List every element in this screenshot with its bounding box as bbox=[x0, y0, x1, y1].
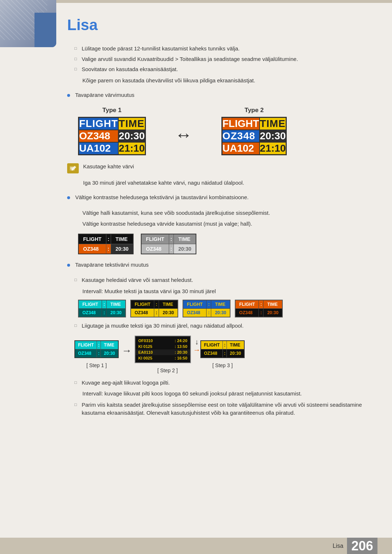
table-row: FLIGHT : TIME bbox=[78, 300, 126, 309]
type2-label: Type 2 bbox=[245, 107, 264, 114]
cv-blue-yellow: FLIGHT : TIME OZ348 : 20:30 bbox=[183, 300, 230, 317]
step3-label: [ Step 3 ] bbox=[212, 362, 233, 368]
table-row: FLIGHT : TIME bbox=[141, 234, 196, 244]
scroll-list: OF0310 : 24:20 KI 0125 : 13:50 EA0110 : … bbox=[135, 336, 191, 363]
left-accent bbox=[0, 0, 56, 47]
cell-d-colon: : bbox=[97, 349, 101, 358]
cell-h-flight: FLIGHT bbox=[201, 341, 223, 349]
cv-orange-black: FLIGHT : TIME OZ348 : 20:30 bbox=[235, 300, 283, 317]
cell-oz2: OZ348 bbox=[222, 130, 260, 142]
table-row: UA102 21:10 bbox=[222, 142, 286, 155]
bullet-item-avoid: Vältige kontrastse heledusega tekstivärv… bbox=[67, 193, 370, 202]
sub-list-4: Kuvage aeg-ajalt liikuvat logoga pilti. bbox=[74, 379, 370, 387]
table-row: FLIGHT : TIME bbox=[75, 341, 118, 349]
interval-text2: Intervall: kuvage liikuvat pilti koos lo… bbox=[82, 390, 370, 398]
table-row: OZ348 : 20:30 bbox=[78, 244, 133, 254]
cell-time2: TIME bbox=[260, 117, 286, 130]
sub-item-1: Kasutage heledaid värve või sarnast hele… bbox=[74, 276, 370, 284]
cv-h-flight: FLIGHT bbox=[131, 300, 154, 309]
scroll-row: KI 0125 : 13:50 bbox=[135, 344, 190, 349]
small-display-row: FLIGHT : TIME OZ348 : 20:30 FLIGHT : TIM… bbox=[78, 234, 370, 254]
step-arrow-1: → bbox=[119, 345, 135, 364]
top-bar bbox=[0, 0, 392, 3]
step3-display: FLIGHT : TIME OZ348 : 20:30 bbox=[200, 340, 245, 358]
cv-h-time: TIME bbox=[107, 300, 126, 309]
step1-label: [ Step 1 ] bbox=[86, 362, 107, 368]
sub-list-3: Liigutage ja muutke teksti iga 30 minuti… bbox=[74, 322, 370, 330]
table-row: FLIGHT : TIME bbox=[201, 341, 244, 349]
type2-block: Type 2 FLIGHT TIME OZ348 20:30 UA102 21:… bbox=[221, 107, 287, 155]
text-color-bullet: Tavapärane tekstivärvi muutus bbox=[67, 261, 370, 269]
cv-black-yellow: FLIGHT : TIME OZ348 : 20:30 bbox=[130, 300, 178, 317]
cv-d-colon: : bbox=[102, 309, 107, 317]
table-row: FLIGHT : TIME bbox=[131, 300, 178, 309]
list-item: Soovitatav on kasutada ekraanisäästjat. bbox=[74, 65, 370, 74]
sub-item-3: Kuvage aeg-ajalt liikuvat logoga pilti. bbox=[74, 379, 370, 387]
cv-h-flight: FLIGHT bbox=[235, 300, 259, 309]
cv-d-colon: : bbox=[154, 309, 159, 317]
sub-bullet-list: Lülitage toode pärast 12-tunnilist kasut… bbox=[74, 45, 370, 74]
bullet-dot bbox=[67, 264, 70, 267]
step2-label: [ Step 2 ] bbox=[158, 368, 178, 373]
small-display-gray: FLIGHT : TIME OZ348 : 20:30 bbox=[141, 234, 196, 254]
list-item: Valige arvutil suvandid Kuvaatribuudid >… bbox=[74, 55, 370, 63]
bullet-item-color: Tavapärane värvimuutus bbox=[67, 91, 370, 99]
cell-h-colon: : bbox=[223, 341, 227, 349]
cell-colon-d: : bbox=[106, 244, 111, 254]
cell-h-flight: FLIGHT bbox=[75, 341, 97, 349]
note-icon bbox=[67, 163, 79, 173]
cell-d-flight: OZ348 bbox=[201, 349, 223, 358]
footer-page-number: 206 bbox=[347, 538, 377, 554]
cv-h-time: TIME bbox=[159, 300, 178, 309]
table-row: OZ348 20:30 bbox=[79, 130, 146, 142]
flight-table-type2: FLIGHT TIME OZ348 20:30 UA102 21:10 bbox=[221, 117, 287, 155]
cell-flight-h: FLIGHT bbox=[141, 234, 169, 244]
type1-label: Type 1 bbox=[102, 107, 122, 114]
cv-h-flight: FLIGHT bbox=[78, 300, 102, 309]
cell-d-time: 20:30 bbox=[227, 349, 244, 358]
table-row: OZ348 : 20:30 bbox=[131, 309, 178, 317]
step1-block: FLIGHT : TIME OZ348 : 20:30 [ Step 1 ] bbox=[74, 340, 119, 368]
table-row: OZ348 : 20:30 bbox=[141, 244, 196, 254]
pencil-icon bbox=[69, 165, 77, 172]
cv-d-time: 20:30 bbox=[107, 309, 126, 317]
cell-d-colon: : bbox=[223, 349, 227, 358]
table-row: OZ348 : 20:30 bbox=[75, 349, 118, 358]
cell-time-h: TIME bbox=[111, 234, 133, 244]
sub-item-4: Parim viis kaitsta seadet järelkujutise … bbox=[74, 401, 370, 417]
table-row: OZ348 20:30 bbox=[222, 130, 286, 142]
cell-ua2: UA102 bbox=[222, 142, 260, 155]
cell-h-time: TIME bbox=[227, 341, 244, 349]
table-row: OZ348 : 20:30 bbox=[201, 349, 244, 358]
cv-h-colon: : bbox=[259, 300, 264, 309]
cell-colon-d: : bbox=[169, 244, 174, 254]
cv-h-colon: : bbox=[207, 300, 211, 309]
color-variation-row: FLIGHT : TIME OZ348 : 20:30 FLIGHT : TIM… bbox=[78, 300, 370, 317]
cv-d-time: 20:30 bbox=[264, 309, 282, 317]
avoid-text2: Vältige kontrastse heledusega värvide ka… bbox=[82, 220, 370, 228]
cell-ua-time: 21:10 bbox=[118, 142, 145, 155]
cell-flight-d: OZ348 bbox=[141, 244, 169, 254]
cv-h-colon: : bbox=[154, 300, 159, 309]
table-row: FLIGHT : TIME bbox=[235, 300, 282, 309]
cell-d-time: 20:30 bbox=[101, 349, 118, 358]
bullet-dot bbox=[67, 196, 70, 199]
type-comparison: Type 1 FLIGHT TIME OZ348 20:30 UA102 21:… bbox=[78, 107, 370, 155]
bullet-item-text-color: Tavapärane tekstivärvi muutus bbox=[67, 261, 370, 269]
step1-display: FLIGHT : TIME OZ348 : 20:30 bbox=[74, 340, 119, 358]
cell-h-time: TIME bbox=[101, 341, 118, 349]
indent-text: Kõige parem on kasutada ühevärvilist või… bbox=[82, 77, 370, 85]
step-row: FLIGHT : TIME OZ348 : 20:30 [ Step 1 ] →… bbox=[74, 336, 370, 373]
cell-flight-d: OZ348 bbox=[78, 244, 106, 254]
page-title: Lisa bbox=[67, 16, 370, 34]
cv-h-time: TIME bbox=[264, 300, 282, 309]
cell-oz-time: 20:30 bbox=[118, 130, 145, 142]
table-row: FLIGHT TIME bbox=[79, 117, 146, 130]
step2-inner: OF0310 : 24:20 KI 0125 : 13:50 EA0110 : … bbox=[135, 336, 200, 363]
small-display-black: FLIGHT : TIME OZ348 : 20:30 bbox=[78, 234, 134, 254]
table-row: OZ348 : 20:30 bbox=[235, 309, 282, 317]
bullet-dot bbox=[67, 94, 70, 97]
cv-h-time: TIME bbox=[211, 300, 230, 309]
cell-flight2: FLIGHT bbox=[222, 117, 260, 130]
cv-d-flight: OZ348 bbox=[131, 309, 154, 317]
